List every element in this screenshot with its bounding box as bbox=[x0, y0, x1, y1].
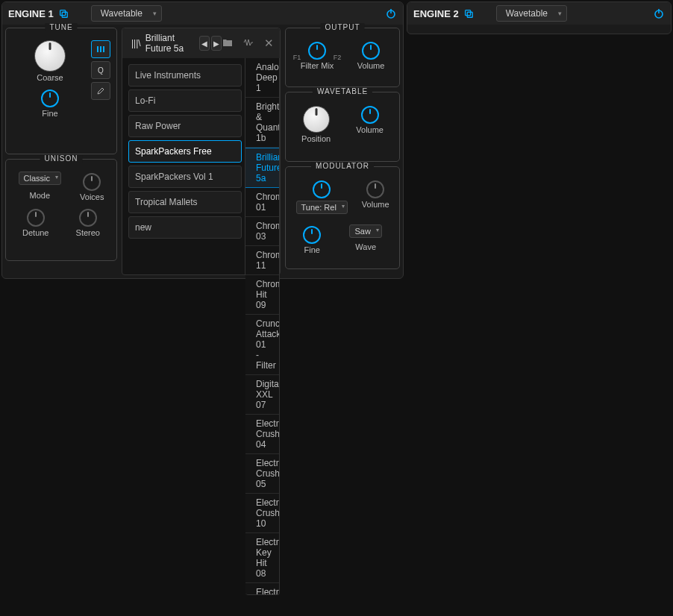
copy-icon[interactable] bbox=[58, 8, 69, 19]
preset-item[interactable]: Electric Crush 10 bbox=[245, 494, 279, 533]
preset-list[interactable]: Analog Deep 1Bright & Quantized 1bBrilli… bbox=[245, 58, 280, 595]
preset-item[interactable]: Brilliant Future 5a bbox=[245, 148, 279, 188]
preset-browser: |||\ Brilliant Future 5a ◀ ▶ ✕ bbox=[122, 28, 281, 275]
category-item[interactable]: Tropical Mallets bbox=[128, 191, 242, 213]
tune-q-button[interactable]: Q bbox=[91, 61, 110, 79]
tune-title: TUNE bbox=[45, 23, 77, 31]
unison-section: UNISON Classic Mode Voices Detune bbox=[5, 159, 117, 261]
category-item[interactable]: Lo-Fi bbox=[128, 89, 242, 112]
engine-2-type-dropdown[interactable]: Wavetable bbox=[496, 5, 567, 22]
engine-1-title: ENGINE 1 bbox=[8, 8, 54, 19]
folder-icon[interactable] bbox=[222, 38, 233, 49]
category-item[interactable]: SparkPackers Vol 1 bbox=[128, 166, 242, 188]
category-item[interactable]: Live Instruments bbox=[128, 64, 242, 87]
svg-rect-0 bbox=[60, 10, 65, 16]
svg-rect-5 bbox=[100, 46, 101, 52]
output-volume-label: Volume bbox=[357, 61, 385, 70]
engine-2-title: ENGINE 2 bbox=[413, 8, 459, 19]
waveform-icon[interactable] bbox=[243, 38, 254, 49]
preset-item[interactable]: Chromatic Hit 09 bbox=[245, 275, 279, 315]
copy-icon[interactable] bbox=[463, 8, 474, 19]
preset-item[interactable]: Electric Crush 05 bbox=[245, 454, 279, 494]
category-item[interactable]: new bbox=[128, 216, 242, 239]
preset-item[interactable]: Bright & Quantized 1b bbox=[245, 98, 279, 148]
svg-rect-4 bbox=[97, 46, 98, 52]
f2-label: F2 bbox=[334, 54, 342, 61]
prev-preset-button[interactable]: ◀ bbox=[199, 36, 210, 51]
breadcrumb-current: Brilliant Future 5a bbox=[145, 33, 189, 54]
preset-item[interactable]: Analog Deep 1 bbox=[245, 58, 279, 98]
engine-2-type-label: Wavetable bbox=[506, 8, 548, 19]
engine-2-power-button[interactable] bbox=[653, 7, 665, 19]
modulator-tune-knob[interactable] bbox=[313, 180, 331, 198]
wavetable-position-knob[interactable] bbox=[303, 106, 330, 133]
preset-item[interactable]: Chroma 11 bbox=[245, 246, 279, 275]
fine-label: Fine bbox=[9, 109, 91, 118]
unison-mode-label: Mode bbox=[19, 191, 61, 200]
modulator-fine-label: Fine bbox=[303, 245, 321, 254]
modulator-fine-knob[interactable] bbox=[303, 226, 321, 244]
breadcrumb-root: |||\ bbox=[131, 38, 141, 48]
modulator-wave-dropdown[interactable]: Saw bbox=[349, 224, 381, 238]
wavetable-position-label: Position bbox=[301, 134, 331, 143]
unison-mode-dropdown[interactable]: Classic bbox=[19, 172, 61, 185]
tune-bars-button[interactable] bbox=[91, 40, 110, 58]
wavetable-section: WAVETABLE Position Volume bbox=[285, 92, 400, 162]
unison-voices-knob[interactable] bbox=[83, 173, 101, 191]
unison-detune-knob[interactable] bbox=[27, 209, 45, 227]
modulator-tune-dropdown[interactable]: Tune: Rel bbox=[296, 201, 348, 214]
modulator-title: MODULATOR bbox=[311, 162, 374, 170]
output-section: OUTPUT F1 F2 Filter Mix Volume bbox=[285, 28, 400, 87]
tune-pencil-button[interactable] bbox=[91, 82, 110, 100]
category-list: Live InstrumentsLo-FiRaw PowerSparkPacke… bbox=[122, 58, 245, 274]
unison-title: UNISON bbox=[40, 154, 83, 163]
close-icon[interactable]: ✕ bbox=[264, 37, 274, 50]
wavetable-title: WAVETABLE bbox=[313, 87, 372, 95]
engine-2-panel: ENGINE 2 Wavetable bbox=[407, 1, 672, 34]
wavetable-volume-knob[interactable] bbox=[361, 106, 379, 124]
preset-item[interactable]: Electric Key Mashup 05 bbox=[245, 583, 279, 595]
coarse-label: Coarse bbox=[9, 73, 91, 82]
preset-item[interactable]: Electric Crush 04 bbox=[245, 415, 279, 454]
engine-1-panel: ENGINE 1 Wavetable TUNE Coarse bbox=[1, 1, 404, 279]
f1-label: F1 bbox=[293, 54, 301, 61]
svg-rect-1 bbox=[62, 12, 67, 17]
svg-rect-6 bbox=[103, 46, 104, 52]
category-item[interactable]: SparkPackers Free bbox=[128, 140, 242, 163]
fine-knob[interactable] bbox=[41, 89, 59, 107]
svg-rect-7 bbox=[465, 10, 470, 16]
modulator-volume-label: Volume bbox=[362, 200, 389, 209]
preset-item[interactable]: Digital XXL 07 bbox=[245, 375, 279, 415]
preset-item[interactable]: Crunch Attack 01 - Filter bbox=[245, 315, 279, 375]
engine-1-type-label: Wavetable bbox=[101, 8, 143, 19]
unison-voices-label: Voices bbox=[80, 192, 104, 201]
coarse-knob[interactable] bbox=[34, 40, 66, 72]
preset-item[interactable]: Electric Key Hit 08 bbox=[245, 533, 279, 583]
category-item[interactable]: Raw Power bbox=[128, 115, 242, 137]
modulator-wave-label: Wave bbox=[349, 242, 381, 251]
breadcrumb[interactable]: |||\ Brilliant Future 5a bbox=[131, 33, 188, 54]
svg-rect-8 bbox=[467, 12, 472, 17]
engine-1-type-dropdown[interactable]: Wavetable bbox=[91, 5, 162, 22]
output-volume-knob[interactable] bbox=[362, 42, 380, 60]
wavetable-volume-label: Volume bbox=[356, 125, 384, 134]
unison-stereo-label: Stereo bbox=[76, 228, 100, 237]
output-title: OUTPUT bbox=[320, 23, 364, 31]
filter-mix-knob[interactable] bbox=[308, 42, 326, 60]
unison-stereo-knob[interactable] bbox=[79, 209, 97, 227]
modulator-section: MODULATOR Tune: Rel Volume bbox=[285, 166, 400, 269]
preset-item[interactable]: Chroma 01 bbox=[245, 188, 279, 217]
preset-item[interactable]: Chroma 03 bbox=[245, 217, 279, 246]
engine-1-power-button[interactable] bbox=[385, 7, 397, 19]
unison-detune-label: Detune bbox=[22, 228, 48, 237]
modulator-volume-knob[interactable] bbox=[366, 180, 384, 198]
tune-section: TUNE Coarse Fine bbox=[5, 28, 117, 154]
filter-mix-label: Filter Mix bbox=[301, 61, 334, 70]
next-preset-button[interactable]: ▶ bbox=[211, 36, 222, 51]
